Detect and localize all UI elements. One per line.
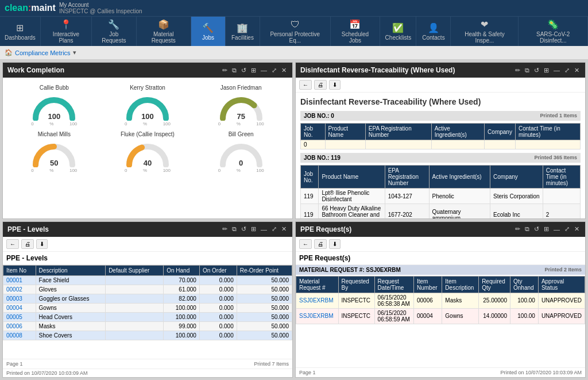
copy-btn-2[interactable]: ⧉ — [524, 67, 531, 74]
edit-btn[interactable]: ✏ — [221, 67, 229, 74]
nav-material-requests-label: Material Requests — [142, 31, 185, 44]
col-epa-119: EPA Registration Number — [385, 166, 429, 189]
print-btn[interactable]: 🖨 — [314, 80, 327, 90]
cell-product — [325, 140, 365, 149]
minimize-btn-3[interactable]: — — [260, 226, 268, 233]
disinfectant-table-119: Job No. Product Name EPA Registration Nu… — [300, 165, 581, 218]
refresh-btn-3[interactable]: ↺ — [240, 225, 247, 233]
close-btn-2[interactable]: ✕ — [573, 67, 581, 74]
grid-btn-3[interactable]: ⊞ — [250, 225, 257, 233]
nav-interactive-plans[interactable]: 📍 Interactive Plans — [41, 17, 92, 46]
nav-bar: ⊞ Dashboards 📍 Interactive Plans 🔧 Job R… — [0, 16, 588, 46]
close-btn-4[interactable]: ✕ — [573, 225, 581, 233]
cell-epa: 1043-127 — [385, 189, 429, 204]
disinfectant-toolbar: ← 🖨 ⬇ — [296, 78, 585, 93]
nav-checklists-label: Checklists — [385, 34, 412, 41]
close-btn-3[interactable]: ✕ — [280, 225, 288, 233]
material-request-label: MATERIAL REQUEST #: SSJ0EXRBM — [299, 267, 401, 273]
cell-approval: UNAPPROVED — [538, 308, 585, 324]
nav-jobs[interactable]: 🔨 Jobs — [191, 17, 226, 46]
disinfectant-title: Disinfectant Reverse-Traceability (Where… — [300, 66, 514, 74]
job-no-119-label: JOB NO.: 119 — [304, 155, 341, 161]
cell-onorder: 0.000 — [199, 331, 237, 340]
col-company: Company — [485, 124, 516, 140]
close-btn[interactable]: ✕ — [280, 67, 288, 74]
table-row: 119 Lpt® Ilise Phenolic Disinfectant 104… — [301, 189, 581, 204]
back-btn-3[interactable]: ← — [6, 239, 19, 249]
back-btn[interactable]: ← — [299, 80, 312, 90]
minimize-btn-2[interactable]: — — [552, 67, 561, 74]
req-col-by: Requested By — [338, 276, 374, 293]
download-btn-4[interactable]: ⬇ — [329, 239, 341, 249]
cell-company — [485, 140, 516, 149]
back-btn-4[interactable]: ← — [299, 239, 312, 249]
cell-qty-onhand: 100.00 — [510, 308, 539, 324]
cell-item-no: 00004 — [3, 303, 36, 312]
cell-product: Lpt® Ilise Phenolic Disinfectant — [319, 189, 385, 204]
cell-item-num: 00006 — [414, 293, 442, 308]
expand-btn[interactable]: ⤢ — [270, 67, 278, 74]
expand-btn-2[interactable]: ⤢ — [563, 67, 571, 74]
nav-job-requests-label: Job Requests — [98, 31, 130, 44]
nav-facilities[interactable]: 🏢 Facilities — [226, 17, 260, 46]
print-btn-4[interactable]: 🖨 — [314, 239, 327, 249]
expand-btn-4[interactable]: ⤢ — [563, 225, 571, 233]
grid-btn-2[interactable]: ⊞ — [543, 67, 550, 74]
ppe-requests-subtitle: PPE Request(s) — [296, 252, 585, 265]
home-icon[interactable]: 🏠 — [5, 49, 13, 56]
gauge-scale: 0 % 100 — [125, 121, 171, 126]
copy-btn-3[interactable]: ⧉ — [231, 225, 238, 233]
gauges-grid: Callie Bubb 100 0 % 100 Kerry Stratton — [5, 80, 290, 178]
gauge-name: Callie Bubb — [40, 85, 69, 91]
gauge-value: 40 — [144, 159, 152, 167]
disinfectant-table-0: Job No. Product Name EPA Registration Nu… — [300, 123, 581, 149]
cell-item-desc: Masks — [442, 293, 479, 308]
refresh-btn-4[interactable]: ↺ — [533, 225, 540, 233]
edit-btn-3[interactable]: ✏ — [221, 225, 229, 233]
nav-sars-cov[interactable]: 🦠 SARS-CoV-2 Disinfect... — [519, 17, 588, 46]
req-col-req-qty: Required Qty — [479, 276, 510, 293]
minimize-btn-4[interactable]: — — [552, 226, 561, 233]
download-btn-3[interactable]: ⬇ — [36, 239, 48, 249]
download-btn[interactable]: ⬇ — [329, 80, 341, 90]
top-bar: clean:maint My Account INSPECTC @ Callie… — [0, 0, 588, 16]
refresh-btn-2[interactable]: ↺ — [533, 67, 540, 74]
disinfectant-header: Disinfectant Reverse-Traceability (Where… — [296, 63, 585, 78]
nav-health-safety[interactable]: ❤ Health & Safety Inspe... — [451, 17, 519, 46]
ppe-levels-subtitle: PPE - Levels — [3, 252, 292, 265]
nav-material-requests[interactable]: 📦 Material Requests — [137, 17, 191, 46]
copy-btn[interactable]: ⧉ — [231, 67, 238, 74]
cell-onhand: 99.000 — [164, 321, 200, 331]
main-content: Work Completion ✏ ⧉ ↺ ⊞ — ⤢ ✕ Callie Bub… — [0, 60, 588, 380]
gauge-value: 100 — [48, 112, 60, 121]
copy-btn-4[interactable]: ⧉ — [524, 225, 531, 233]
minimize-btn[interactable]: — — [260, 67, 268, 74]
cell-onhand: 100.000 — [164, 312, 200, 321]
nav-dashboards[interactable]: ⊞ Dashboards — [0, 17, 41, 46]
edit-btn-4[interactable]: ✏ — [514, 225, 521, 233]
nav-ppe[interactable]: 🛡 Personal Protective Eq... — [260, 17, 331, 46]
expand-btn-3[interactable]: ⤢ — [270, 225, 278, 233]
cell-product: 66 Heavy Duty Alkaline Bathroom Cleaner … — [319, 204, 385, 218]
ppe-requests-table: Material Request # Requested By Request … — [296, 276, 585, 324]
grid-btn[interactable]: ⊞ — [250, 67, 257, 74]
cell-supplier — [106, 331, 164, 340]
grid-btn-4[interactable]: ⊞ — [543, 225, 550, 233]
nav-checklists[interactable]: ✅ Checklists — [380, 17, 416, 46]
req-col-approval: Approval Status — [538, 276, 585, 293]
nav-job-requests[interactable]: 🔧 Job Requests — [92, 17, 136, 46]
panel-controls: ✏ ⧉ ↺ ⊞ — ⤢ ✕ — [221, 67, 288, 74]
ppe-col-reorder: Re-Order Point — [237, 265, 292, 275]
cell-desc: Gowns — [36, 303, 106, 312]
gauge-item: Bill Green 0 0 % 100 — [196, 131, 285, 173]
nav-contacts[interactable]: 👤 Contacts — [416, 17, 451, 46]
table-row: 119 66 Heavy Duty Alkaline Bathroom Clea… — [301, 204, 581, 218]
edit-btn-2[interactable]: ✏ — [514, 67, 521, 74]
nav-scheduled-jobs[interactable]: 📅 Scheduled Jobs — [331, 17, 381, 46]
breadcrumb-label[interactable]: Compliance Metrics — [15, 49, 71, 56]
cell-supplier — [106, 303, 164, 312]
col-contact-119: Contact Time (in minutes) — [543, 166, 580, 189]
refresh-btn[interactable]: ↺ — [240, 67, 247, 74]
print-btn-3[interactable]: 🖨 — [21, 239, 34, 249]
nav-contacts-label: Contacts — [422, 34, 444, 41]
